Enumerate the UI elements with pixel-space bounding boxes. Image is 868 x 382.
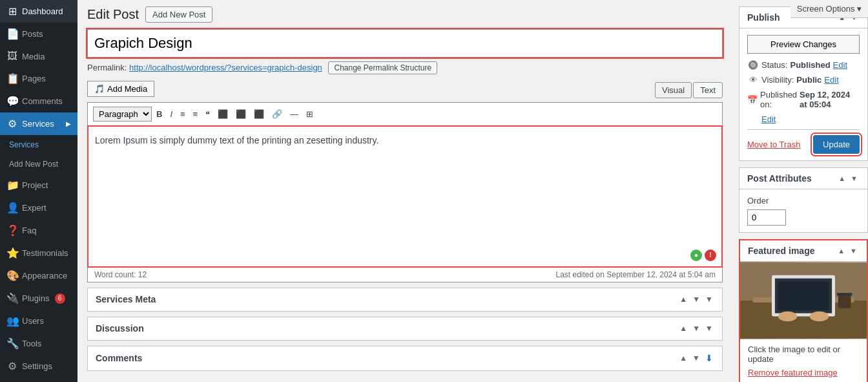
bold-button[interactable]: B	[153, 107, 165, 121]
permalink-link[interactable]: http://localhost/wordpress/?services=gra…	[129, 63, 322, 72]
discussion-up[interactable]: ▲	[678, 323, 688, 334]
visibility-edit-link[interactable]: Edit	[824, 75, 838, 85]
discussion-header[interactable]: Discussion ▲ ▼ ▼	[88, 317, 722, 340]
svg-point-7	[810, 312, 829, 322]
post-title-input[interactable]: Grapich Design	[87, 29, 723, 58]
pages-icon: 📋	[6, 72, 18, 85]
sidebar-item-testimonials[interactable]: ⭐ Testimonials	[0, 242, 78, 264]
services-icon: ⚙	[6, 118, 18, 130]
right-panel: Publish ▲ ▼ Preview Changes 🔘 Status: Pu…	[732, 0, 868, 382]
sidebar-item-faq[interactable]: ❓ Faq	[0, 219, 78, 242]
sidebar: ⊞ Dashboard 📄 Posts 🖼 Media 📋 Pages 💬 Co…	[0, 0, 78, 382]
sidebar-item-users[interactable]: 👥 Users	[0, 310, 78, 332]
comments-controls: ▲ ▼ ⬇	[678, 352, 714, 365]
publish-panel-content: Preview Changes 🔘 Status: Published Edit…	[739, 28, 867, 160]
plugins-icon: 🔌	[6, 292, 18, 304]
featured-image-placeholder	[740, 262, 867, 339]
publish-actions: Move to Trash Update	[747, 129, 860, 154]
featured-image-preview[interactable]	[740, 262, 867, 339]
remove-featured-image-link[interactable]: Remove featured image	[748, 368, 838, 377]
discussion-box: Discussion ▲ ▼ ▼	[87, 317, 723, 341]
sidebar-item-appearance[interactable]: 🎨 Appearance	[0, 264, 78, 287]
format-select[interactable]: Paragraph Heading 1 Heading 2 Heading 3	[93, 107, 152, 122]
permalink-row: Permalink: http://localhost/wordpress/?s…	[87, 61, 723, 74]
sidebar-item-posts[interactable]: 📄 Posts	[0, 23, 78, 45]
sidebar-item-add-new-post[interactable]: Add New Post	[0, 154, 78, 174]
status-edit-link[interactable]: Edit	[833, 60, 847, 70]
sidebar-item-services[interactable]: ⚙ Services ▶	[0, 112, 78, 135]
ol-button[interactable]: ≡	[190, 107, 202, 121]
sidebar-item-tools[interactable]: 🔧 Tools	[0, 332, 78, 355]
services-meta-up[interactable]: ▲	[678, 293, 688, 305]
discussion-down[interactable]: ▼	[691, 323, 701, 334]
post-attributes-content: Order 0	[739, 189, 867, 232]
featured-image-up[interactable]: ▲	[836, 246, 847, 256]
visibility-icon: 👁	[747, 75, 759, 85]
dashboard-icon: ⊞	[6, 5, 18, 17]
add-media-button[interactable]: 🎵 Add Media	[87, 81, 154, 97]
sidebar-item-settings[interactable]: ⚙ Settings	[0, 355, 78, 377]
comments-header[interactable]: Comments ▲ ▼ ⬇	[88, 346, 722, 370]
publish-panel: Publish ▲ ▼ Preview Changes 🔘 Status: Pu…	[739, 6, 868, 161]
blockquote-button[interactable]: ❝	[202, 107, 213, 121]
ul-button[interactable]: ≡	[177, 107, 189, 121]
text-tab[interactable]: Text	[693, 82, 723, 98]
post-attributes-controls: ▲ ▼	[836, 173, 860, 184]
order-input[interactable]: 0	[747, 209, 786, 226]
screen-options-button[interactable]: Screen Options ▾	[790, 0, 868, 18]
services-meta-box: Services Meta ▲ ▼ ▼	[87, 288, 723, 312]
discussion-toggle[interactable]: ▼	[704, 323, 714, 334]
editor-content[interactable]: Lorem Ipsum is simply dummy text of the …	[87, 125, 723, 268]
add-media-icon: 🎵	[94, 84, 105, 94]
sidebar-item-project[interactable]: 📁 Project	[0, 174, 78, 196]
svg-rect-5	[778, 282, 829, 310]
sidebar-item-media[interactable]: 🖼 Media	[0, 45, 78, 67]
main-content: Edit Post Add New Post Grapich Design Pe…	[78, 0, 732, 382]
sidebar-item-services-sub[interactable]: Services	[0, 135, 78, 154]
calendar-icon: 📅	[747, 95, 758, 105]
posts-icon: 📄	[6, 28, 18, 40]
hr-button[interactable]: —	[287, 107, 302, 121]
comments-down[interactable]: ▼	[691, 352, 701, 364]
align-right-button[interactable]: ⬛	[251, 107, 267, 121]
order-label: Order	[747, 196, 860, 206]
change-permalink-button[interactable]: Change Permalink Structure	[328, 61, 437, 74]
sidebar-item-dashboard[interactable]: ⊞ Dashboard	[0, 0, 78, 23]
expert-icon: 👤	[6, 202, 18, 214]
featured-image-down[interactable]: ▼	[848, 246, 859, 256]
discussion-controls: ▲ ▼ ▼	[678, 323, 714, 334]
editor-toolbar: Paragraph Heading 1 Heading 2 Heading 3 …	[87, 102, 723, 125]
sidebar-item-pages[interactable]: 📋 Pages	[0, 67, 78, 90]
services-meta-controls: ▲ ▼ ▼	[678, 293, 714, 305]
services-meta-toggle[interactable]: ▼	[704, 293, 714, 305]
align-center-button[interactable]: ⬛	[232, 107, 249, 121]
services-meta-header[interactable]: Services Meta ▲ ▼ ▼	[88, 288, 722, 311]
sidebar-item-comments[interactable]: 💬 Comments	[0, 90, 78, 112]
visual-tab[interactable]: Visual	[655, 82, 692, 98]
comments-toggle[interactable]: ⬇	[704, 352, 714, 365]
comments-up[interactable]: ▲	[678, 352, 688, 364]
sidebar-item-plugins[interactable]: 🔌 Plugins 6	[0, 287, 78, 310]
post-attributes-down[interactable]: ▼	[849, 173, 860, 184]
published-edit-link[interactable]: Edit	[761, 114, 860, 124]
project-icon: 📁	[6, 179, 18, 191]
status-row: 🔘 Status: Published Edit	[747, 60, 860, 70]
table-button[interactable]: ⊞	[303, 107, 316, 121]
tools-icon: 🔧	[6, 337, 18, 350]
sidebar-item-expert[interactable]: 👤 Expert	[0, 196, 78, 219]
status-icon: 🔘	[747, 60, 759, 70]
move-to-trash-link[interactable]: Move to Trash	[747, 140, 800, 149]
services-meta-down[interactable]: ▼	[691, 293, 701, 305]
users-icon: 👥	[6, 315, 18, 327]
preview-changes-button[interactable]: Preview Changes	[747, 35, 860, 54]
link-button[interactable]: 🔗	[269, 107, 285, 121]
update-button[interactable]: Update	[813, 135, 860, 154]
red-status-icon: !	[705, 249, 716, 261]
media-icon: 🖼	[6, 50, 18, 62]
add-new-post-button[interactable]: Add New Post	[145, 6, 212, 23]
comments-box: Comments ▲ ▼ ⬇	[87, 346, 723, 371]
svg-point-6	[778, 312, 797, 322]
align-left-button[interactable]: ⬛	[214, 107, 231, 121]
post-attributes-up[interactable]: ▲	[836, 173, 847, 184]
italic-button[interactable]: I	[167, 107, 176, 121]
